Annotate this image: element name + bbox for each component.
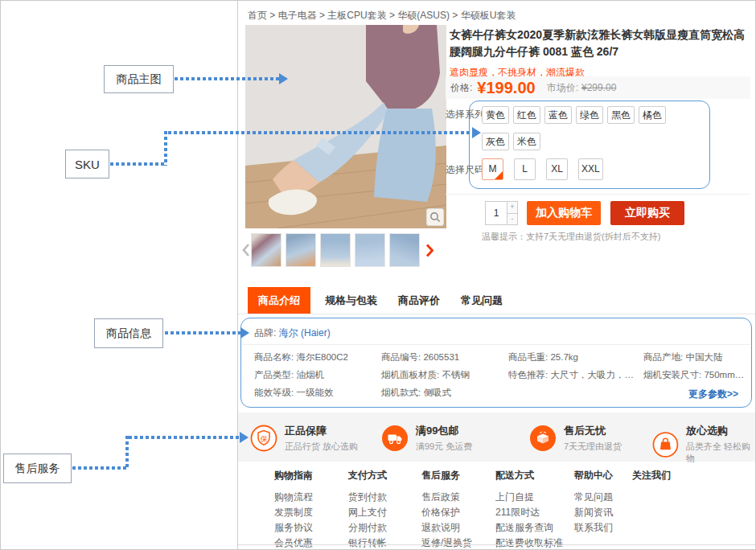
color-option[interactable]: 橘色	[639, 106, 666, 124]
price-row: 价格: ¥199.00 市场价: ¥299.00	[446, 76, 750, 99]
annotation-main-image-label: 商品主图	[104, 65, 174, 93]
footer-col-title: 售后服务	[421, 469, 472, 482]
footer-link[interactable]: 购物流程	[274, 490, 313, 505]
footer-links: 常见问题新闻资讯联系我们	[574, 490, 613, 536]
market-price-label: 市场价:	[547, 81, 578, 95]
footer-link[interactable]: 配送费收取标准	[495, 536, 563, 550]
quantity-decrease-button[interactable]: -	[507, 213, 517, 225]
color-option[interactable]: 蓝色	[544, 106, 572, 124]
spec-value: 油烟机	[296, 370, 324, 380]
thumbnail[interactable]	[286, 233, 316, 267]
brand-row: 品牌: 海尔 (Haier)	[254, 326, 331, 340]
arrowhead-sku-icon	[472, 127, 481, 138]
product-main-image[interactable]	[245, 25, 446, 228]
service-desc: 品类齐全 轻松购物	[686, 441, 756, 465]
footer-link[interactable]: 发票制度	[274, 505, 313, 520]
spec-field: 烟机款式: 侧吸式	[381, 387, 502, 399]
buy-now-button[interactable]: 立即购买	[610, 201, 684, 225]
service-item-after-sales: 售后无忧 7天无理由退货	[529, 424, 622, 453]
spec-label: 烟机面板材质:	[381, 370, 439, 380]
magnifier-icon[interactable]	[426, 208, 444, 226]
footer-link[interactable]: 价格保护	[421, 505, 472, 520]
quantity-increase-button[interactable]: +	[507, 202, 517, 213]
footer-link[interactable]: 货到付款	[348, 490, 387, 505]
spec-label: 商品名称:	[254, 352, 294, 362]
size-option[interactable]: XXL	[578, 158, 603, 180]
footer-links: 购物流程发票制度服务协议会员优惠	[274, 490, 313, 550]
open-box-icon	[529, 425, 557, 452]
divider	[446, 194, 750, 195]
thumbnail[interactable]	[389, 233, 420, 267]
footer-link[interactable]: 退款说明	[421, 520, 472, 536]
service-item-shipping: 满99包邮 满99元 免运费	[381, 424, 472, 453]
product-title: 女裤牛仔裤女2020夏季新款泫雅长裤女韩版显瘦直筒宽松高腰阔腿九分牛仔裤 008…	[450, 27, 755, 60]
thumbnail-strip	[240, 232, 447, 269]
brand-link[interactable]: 海尔 (Haier)	[279, 327, 331, 339]
footer-col-title: 配送方式	[495, 469, 563, 482]
color-option[interactable]: 灰色	[482, 133, 509, 150]
spec-label: 能效等级:	[254, 388, 294, 397]
tab-spec-packaging[interactable]: 规格与包装	[325, 287, 377, 314]
footer-link[interactable]: 联系我们	[574, 520, 613, 536]
price-label: 价格:	[450, 81, 472, 95]
size-option[interactable]: L	[514, 158, 536, 180]
footer-col-delivery: 配送方式 上门自提211限时达配送服务查询配送费收取标准海外配送	[495, 469, 563, 550]
spec-field: 产品类型: 油烟机	[254, 369, 375, 381]
product-page-panel: 首页 > 电子电器 > 主板CPU套装 > 华硕(ASUS) > 华硕板U套装	[237, 1, 756, 550]
spec-value: 侧吸式	[423, 388, 451, 397]
footer-link[interactable]: 售后政策	[421, 490, 472, 505]
color-option[interactable]: 黑色	[607, 106, 635, 124]
color-option[interactable]: 米色	[513, 133, 540, 150]
spec-value: 一级能效	[296, 388, 333, 397]
footer-link[interactable]: 网上支付	[348, 505, 387, 520]
thumbnail[interactable]	[320, 233, 351, 267]
thumbnail[interactable]	[251, 233, 281, 267]
footer-col-shopping-guide: 购物指南 购物流程发票制度服务协议会员优惠	[274, 469, 313, 550]
spec-value: 中国大陆	[685, 352, 722, 362]
footer-link[interactable]: 服务协议	[274, 520, 313, 536]
more-params-link[interactable]: 更多参数>>	[688, 388, 738, 401]
service-title: 售后无忧	[564, 424, 622, 438]
tab-product-intro[interactable]: 商品介绍	[248, 287, 310, 314]
color-option[interactable]: 红色	[513, 106, 540, 124]
footer-link[interactable]: 分期付款	[348, 520, 387, 536]
spec-field: 能效等级: 一级能效	[254, 387, 375, 399]
annotation-after-sales-label: 售后服务	[3, 454, 72, 483]
tab-faq[interactable]: 常见问题	[461, 287, 503, 314]
spec-label: 商品毛重:	[508, 352, 548, 362]
thumbs-next-icon[interactable]	[424, 244, 435, 257]
spec-field: 烟机安装尺寸: 750mm±50mm (烟...	[643, 369, 745, 381]
footer-link[interactable]: 会员优惠	[274, 536, 313, 550]
thumbs-prev-icon[interactable]	[240, 244, 251, 257]
service-title: 正品保障	[285, 424, 358, 438]
footer-link[interactable]: 常见问题	[574, 490, 613, 505]
footer-link[interactable]: 配送服务查询	[495, 520, 563, 536]
annotation-sku-label: SKU	[65, 150, 109, 179]
size-label: 选择尺码:	[446, 163, 487, 177]
size-option[interactable]: XL	[546, 158, 568, 180]
product-info-section: 品牌: 海尔 (Haier) 商品名称: 海尔E800C2 商品编号: 2605…	[240, 318, 752, 408]
tab-reviews[interactable]: 商品评价	[398, 287, 440, 314]
thumbnail[interactable]	[355, 233, 385, 267]
quantity-input[interactable]	[485, 201, 507, 225]
breadcrumb[interactable]: 首页 > 电子电器 > 主板CPU套装 > 华硕(ASUS) > 华硕板U套装	[248, 9, 516, 23]
size-option[interactable]: M	[482, 158, 503, 180]
arrow-line-sku-3	[168, 131, 472, 134]
return-policy-tip: 温馨提示：支持7天无理由退货(拆封后不支持)	[482, 231, 660, 243]
spec-grid: 商品名称: 海尔E800C2 商品编号: 2605531 商品毛重: 25.7k…	[254, 351, 745, 399]
footer-link[interactable]: 新闻资讯	[574, 505, 613, 520]
footer-link[interactable]: 211限时达	[495, 505, 563, 520]
footer-col-title: 支付方式	[348, 469, 387, 482]
color-option[interactable]: 绿色	[576, 106, 603, 124]
footer-link[interactable]: 银行转帐	[348, 536, 387, 550]
shopping-bag-icon	[652, 431, 679, 458]
add-to-cart-button[interactable]: 加入购物车	[527, 201, 601, 225]
spec-field: 商品毛重: 25.7kg	[508, 351, 637, 363]
color-option[interactable]: 黄色	[482, 106, 509, 124]
footer-links: 货到付款网上支付分期付款银行转帐	[348, 490, 387, 550]
annotation-text: 商品信息	[106, 326, 151, 341]
footer-link[interactable]: 上门自提	[495, 490, 563, 505]
footer-col-help-center: 帮助中心 常见问题新闻资讯联系我们	[574, 469, 613, 536]
arrowhead-main-image-icon	[279, 73, 288, 84]
footer-link[interactable]: 返修/退换货	[421, 536, 472, 550]
